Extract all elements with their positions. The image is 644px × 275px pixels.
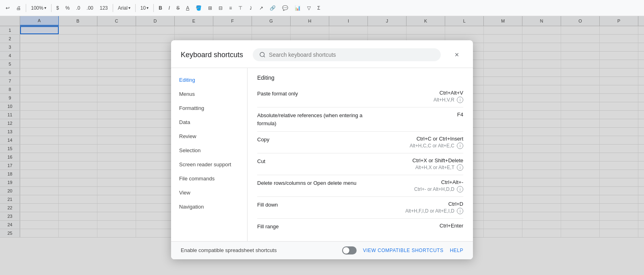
shortcut-secondary-text: Alt+H,X or Alt+E,T [415,165,454,170]
shortcut-row-copy: CopyCtrl+C or Ctrl+InsertAlt+H,C,C or Al… [257,132,463,153]
comment-btn[interactable]: 💬 [280,4,291,12]
close-button[interactable]: × [450,48,463,61]
zoom-control[interactable]: 100% ▾ [29,4,49,12]
sep4 [135,4,136,12]
shortcut-keys: Ctrl+Alt+-Ctrl+- or Alt+H,D,Di [375,179,463,192]
info-icon[interactable]: i [457,164,463,171]
currency-btn[interactable]: $ [54,4,62,12]
shortcut-secondary-key: Alt+H,X or Alt+E,Ti [415,164,463,171]
sep2 [51,4,52,12]
shortcut-desc: Absolute/relative references (when enter… [257,112,375,127]
font-family-value: Arial [118,5,128,11]
modal-sidebar: EditingMenusFormattingDataReviewSelectio… [171,68,248,241]
shortcut-desc: Fill down [257,201,375,209]
align-btn[interactable]: ≡ [227,4,234,12]
shortcut-primary-key: Ctrl+Alt+- [441,179,463,185]
modal-body: EditingMenusFormattingDataReviewSelectio… [171,68,473,241]
function-btn[interactable]: Σ [315,4,322,12]
font-size-value: 10 [140,5,146,11]
shortcut-primary-key: F4 [457,112,463,118]
sep3 [113,4,113,12]
percent-btn[interactable]: % [63,4,72,12]
sep5 [153,4,154,12]
shortcut-primary-key: Ctrl+C or Ctrl+Insert [417,136,463,142]
shortcut-secondary-text: Ctrl+- or Alt+H,D,D [414,186,454,192]
shortcut-desc: Delete rows/columns or Open delete menu [257,179,375,187]
shortcuts-list: Paste format onlyCtrl+Alt+VAlt+H,V,RiAbs… [257,86,463,235]
modal-footer: Enable compatible spreadsheet shortcuts … [171,241,473,259]
shortcut-secondary-text: Alt+H,F,I,D or Alt+E,I,D [405,208,454,214]
shortcut-keys: Ctrl+Enter [375,223,463,229]
number-format-btn[interactable]: 123 [97,4,110,12]
sidebar-nav-item-selection[interactable]: Selection [171,143,247,157]
font-family-select[interactable]: Arial ▾ [116,4,133,12]
shortcut-keys: Ctrl+C or Ctrl+InsertAlt+H,C,C or Alt+E,… [375,136,463,149]
view-compatible-link[interactable]: VIEW COMPATIBLE SHORTCUTS [363,248,444,253]
chart-btn[interactable]: 📊 [292,4,303,12]
sidebar-nav-item-navigation[interactable]: Navigation [171,200,247,214]
fill-color-btn[interactable]: 🪣 [193,4,204,12]
shortcut-keys: Ctrl+DAlt+H,F,I,D or Alt+E,I,Di [375,201,463,214]
chevron-down-icon2: ▾ [128,6,130,10]
help-link[interactable]: HELP [450,248,463,253]
toolbar: ↩ 🖨 100% ▾ $ % .0 .00 123 Arial ▾ 10 ▾ B… [0,0,644,16]
compatible-shortcuts-toggle[interactable] [342,246,357,254]
shortcut-primary-key: Ctrl+Enter [440,223,463,229]
keyboard-shortcuts-modal: Keyboard shortcuts × EditingMenusFormatt… [171,40,473,259]
shortcut-secondary-key: Alt+H,F,I,D or Alt+E,I,Di [405,208,463,214]
modal-title: Keyboard shortcuts [181,51,243,59]
info-icon[interactable]: i [457,208,463,214]
svg-line-1 [264,56,265,57]
sep1 [26,4,26,12]
zoom-value: 100% [31,5,43,11]
search-input[interactable] [269,52,434,58]
link-btn[interactable]: 🔗 [267,4,278,12]
valign-btn[interactable]: ⊤ [236,4,245,12]
sidebar-nav-item-data[interactable]: Data [171,115,247,129]
shortcut-secondary-text: Alt+H,V,R [433,97,454,103]
sidebar-nav-item-view[interactable]: View [171,186,247,200]
print-btn[interactable]: 🖨 [14,4,23,12]
shortcut-keys: Ctrl+X or Shift+DeleteAlt+H,X or Alt+E,T… [375,157,463,171]
rotate-btn[interactable]: ↗ [257,4,266,12]
merge-btn[interactable]: ⊟ [216,4,225,12]
strikethrough-btn[interactable]: S [174,4,182,12]
font-size-select[interactable]: 10 ▾ [138,4,151,12]
underline-btn[interactable]: A [184,4,192,12]
filter-btn[interactable]: ▽ [305,4,313,12]
bold-btn[interactable]: B [156,4,165,12]
shortcut-row-abs-rel-ref: Absolute/relative references (when enter… [257,108,463,132]
modal-header: Keyboard shortcuts × [171,40,473,68]
sidebar-nav-item-file-commands[interactable]: File commands [171,172,247,186]
decimal2-btn[interactable]: .00 [84,4,96,12]
shortcut-primary-key: Ctrl+Alt+V [440,90,463,96]
shortcut-secondary-key: Alt+H,C,C or Alt+E,Ci [410,143,463,149]
sidebar-nav-item-review[interactable]: Review [171,129,247,143]
decimal1-btn[interactable]: .0 [74,4,83,12]
shortcut-keys: F4 [375,112,463,118]
search-box[interactable] [253,48,441,61]
chevron-down-icon: ▾ [44,6,46,10]
section-title: Editing [257,74,463,81]
sidebar-nav-item-formatting[interactable]: Formatting [171,101,247,115]
info-icon[interactable]: i [457,97,463,103]
sidebar-nav-item-screen-reader[interactable]: Screen reader support [171,157,247,172]
info-icon[interactable]: i [457,143,463,149]
shortcut-desc: Copy [257,136,375,144]
shortcut-keys: Ctrl+Alt+VAlt+H,V,Ri [375,90,463,103]
italic-btn[interactable]: I [166,4,172,12]
shortcut-row-fill-range: Fill rangeCtrl+Enter [257,219,463,235]
shortcut-row-cut: CutCtrl+X or Shift+DeleteAlt+H,X or Alt+… [257,153,463,175]
wrap-btn[interactable]: ⤸ [246,4,255,12]
chevron-down-icon3: ▾ [147,6,149,10]
sidebar-nav-item-editing[interactable]: Editing [171,73,247,87]
info-icon[interactable]: i [457,186,463,192]
undo-btn[interactable]: ↩ [3,4,12,12]
shortcut-secondary-text: Alt+H,C,C or Alt+E,C [410,143,454,149]
shortcut-row-paste-format: Paste format onlyCtrl+Alt+VAlt+H,V,Ri [257,86,463,108]
shortcut-desc: Paste format only [257,90,375,98]
spreadsheet: A B C D E F G H I J K L M N O P Q 123456… [0,16,644,275]
borders-btn[interactable]: ⊞ [206,4,215,12]
sidebar-nav-item-menus[interactable]: Menus [171,87,247,101]
modal-content: Editing Paste format onlyCtrl+Alt+VAlt+H… [248,68,473,241]
